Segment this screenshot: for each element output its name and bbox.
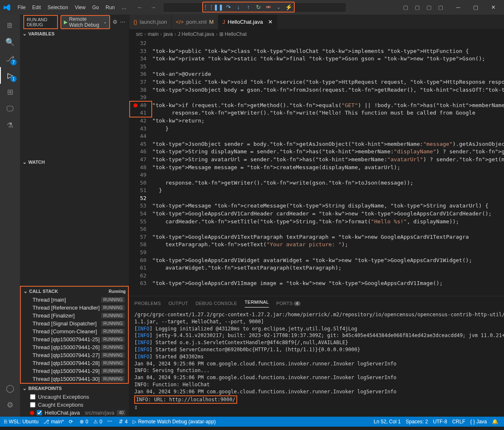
thread-row[interactable]: Thread [qtp1500079441-26]RUNNING [21, 343, 128, 351]
activity-remote-explorer[interactable]: 🖵 [0, 100, 20, 117]
line-number[interactable]: 61 [129, 265, 152, 272]
thread-row[interactable]: Thread [Finalizer]RUNNING [21, 312, 128, 320]
layout-panel-right-icon[interactable]: ▢ [424, 2, 434, 12]
status-debug[interactable]: ▷Remote Watch Debug (avatar-app) [130, 419, 218, 425]
line-number[interactable]: 33 [129, 48, 152, 56]
thread-row[interactable]: Thread [qtp1500079441-25]RUNNING [21, 335, 128, 343]
status-bell[interactable]: 🔔 [489, 419, 502, 425]
code-line[interactable]: textParagraph."tok-fn">setText("Your ava… [152, 241, 504, 249]
panel-tab-terminal[interactable]: TERMINAL [245, 300, 269, 308]
code-line[interactable]: "tok-kw">private "tok-kw">static "tok-kw… [152, 55, 504, 63]
status-item[interactable]: UTF-8 [431, 419, 450, 425]
menu-edit[interactable]: Edit [29, 3, 44, 12]
more-icon[interactable]: ⋯ [120, 19, 125, 25]
code-line[interactable]: response."tok-fn">getWriter()."tok-fn">w… [152, 110, 504, 118]
code-line[interactable]: "tok-type">GoogleAppsCardV1Widget avatar… [152, 257, 504, 265]
chevron-down-icon[interactable]: ⌄ [275, 3, 282, 11]
line-number[interactable]: 58 [129, 241, 152, 249]
breadcrumb-item[interactable]: J HelloChat.java [178, 31, 214, 37]
pause-icon[interactable]: ❚❚ [215, 3, 222, 11]
callstack-section-header[interactable]: ⌄ CALL STACK Running [21, 287, 128, 296]
line-number[interactable]: 53 [129, 202, 152, 210]
panel-tab-problems[interactable]: PROBLEMS [134, 301, 161, 306]
menu-go[interactable]: Go [89, 3, 102, 12]
code-line[interactable]: avatarWidget."tok-fn">setTextParagraph(t… [152, 265, 504, 272]
code-line[interactable]: "tok-type">GoogleAppsCardV1CardHeader ca… [152, 210, 504, 218]
code-line[interactable] [152, 63, 504, 71]
disconnect-icon[interactable]: ⚮ [265, 3, 272, 11]
code-line[interactable]: "tok-type">JsonObject body = gson."tok-f… [152, 87, 504, 95]
breakpoint-dot-icon[interactable] [133, 103, 138, 108]
line-number[interactable]: 35 [129, 63, 152, 71]
line-number[interactable]: 62 [129, 272, 152, 280]
restart-icon[interactable]: ↻ [255, 3, 262, 11]
status-wave[interactable]: 〰 [105, 419, 116, 425]
code-editor[interactable]: 3233343536373839404142434445464748495051… [129, 39, 504, 296]
code-line[interactable]: "tok-kw">public "tok-kw">class "tok-type… [152, 48, 504, 56]
thread-row[interactable]: Thread [main]RUNNING [21, 296, 128, 304]
window-close[interactable]: ✕ [486, 2, 501, 13]
watch-section-header[interactable]: ⌄ WATCH [20, 158, 129, 167]
thread-row[interactable]: Thread [qtp1500079441-28]RUNNING [21, 359, 128, 367]
line-number[interactable]: 60 [129, 257, 152, 265]
menu-…[interactable]: … [118, 3, 130, 12]
code-line[interactable] [152, 195, 504, 203]
code-line[interactable]: } [152, 125, 504, 133]
step-out-icon[interactable]: ↑ [245, 3, 252, 11]
line-number[interactable]: 32 [129, 40, 152, 48]
line-number[interactable]: 56 [129, 226, 152, 234]
code-line[interactable]: "tok-type">String displayName = sender."… [152, 148, 504, 156]
line-number[interactable]: 36 [129, 71, 152, 79]
menu-view[interactable]: View [71, 3, 89, 12]
thread-row[interactable]: Thread [qtp1500079441-30]RUNNING [21, 375, 128, 383]
nav-back-icon[interactable]: ← [135, 2, 145, 12]
breakpoint-uncaught[interactable]: Uncaught Exceptions [20, 393, 129, 401]
code-line[interactable]: "tok-type">JsonObject sender = body."tok… [152, 141, 504, 149]
activity-run-debug[interactable]: ▷1 [0, 67, 20, 84]
breadcrumb[interactable]: src›main›java›J HelloChat.java›⊞ HelloCh… [129, 29, 504, 39]
line-number[interactable]: 51 [129, 187, 152, 195]
code-line[interactable]: "tok-type">String avatarUrl = sender."to… [152, 156, 504, 164]
code-line[interactable]: "tok-an">@Override [152, 71, 504, 79]
code-line[interactable] [152, 226, 504, 234]
activity-testing[interactable]: ⚗ [0, 117, 20, 134]
line-number[interactable]: 37 [129, 79, 152, 87]
code-line[interactable]: "tok-type">Message message = "tok-fn">cr… [152, 164, 504, 172]
gear-icon[interactable]: ⚙ [113, 19, 118, 25]
status-branch[interactable]: ⎇main* [41, 419, 66, 425]
menu-file[interactable]: File [14, 3, 29, 12]
layout-panel-left-icon[interactable]: ▢ [401, 2, 411, 12]
breakpoints-section-header[interactable]: ⌄ BREAKPOINTS [20, 384, 129, 393]
line-number[interactable]: 34 [129, 55, 152, 63]
status-ports[interactable]: ⇵4 [116, 419, 130, 425]
layout-panel-bottom-icon[interactable]: ▢ [412, 2, 422, 12]
line-number[interactable]: 54 [129, 210, 152, 218]
activity-source-control[interactable]: ⎇7 [0, 50, 20, 67]
code-line[interactable]: cardHeader."tok-fn">setTitle("tok-type">… [152, 218, 504, 226]
code-line[interactable] [152, 40, 504, 48]
window-maximize[interactable]: ▢ [468, 2, 483, 13]
line-number[interactable]: 59 [129, 249, 152, 257]
thread-row[interactable]: Thread [qtp1500079441-29]RUNNING [21, 367, 128, 375]
line-number[interactable]: 63 [129, 280, 152, 288]
drag-handle-icon[interactable]: ⋮⋮ [205, 3, 212, 11]
line-number[interactable]: 45 [129, 141, 152, 149]
code-line[interactable]: "tok-kw">if (request."tok-fn">getMethod(… [152, 102, 504, 110]
panel-tab-debug-console[interactable]: DEBUG CONSOLE [196, 301, 237, 306]
activity-accounts[interactable]: ◯ [0, 380, 20, 397]
breadcrumb-item[interactable]: src [136, 31, 143, 37]
status-remote[interactable]: ⎘WSL: Ubuntu [2, 419, 41, 425]
activity-search[interactable]: 🔍 [0, 34, 20, 50]
breadcrumb-item[interactable]: java [163, 31, 173, 37]
code-line[interactable] [152, 249, 504, 257]
code-line[interactable] [152, 272, 504, 280]
thread-row[interactable]: Thread [Common-Cleaner]RUNNING [21, 328, 128, 335]
step-over-icon[interactable]: ↷ [225, 3, 232, 11]
terminal-output[interactable]: /grpc/grpc-context/1.27.2/grpc-context-1… [129, 310, 504, 417]
menu-selection[interactable]: Selection [44, 3, 71, 12]
code-line[interactable]: "tok-kw">public "tok-kw">void "tok-fn">s… [152, 79, 504, 87]
code-line[interactable]: "tok-type">Message "tok-fn">createMessag… [152, 202, 504, 210]
tab-pom-xml[interactable]: </> pom.xml M [172, 15, 218, 29]
status-sync[interactable]: ⟳ [66, 419, 77, 425]
activity-settings[interactable]: ⚙ [0, 397, 20, 413]
